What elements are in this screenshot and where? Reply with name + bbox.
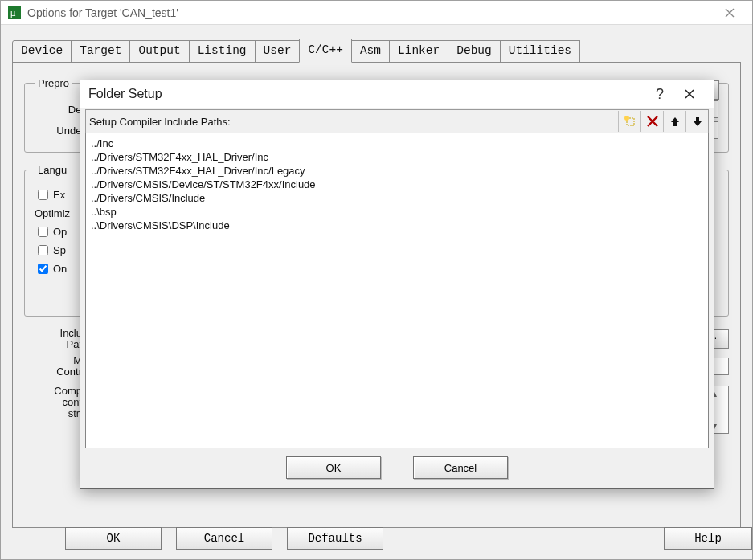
include-paths-label: Inclu Pat xyxy=(24,328,88,350)
main-titlebar: µ Options for Target 'CAN_test1' xyxy=(1,1,752,25)
tab-linker[interactable]: Linker xyxy=(389,40,448,63)
folder-setup-title: Folder Setup xyxy=(88,87,646,101)
tab-output[interactable]: Output xyxy=(129,40,189,63)
misc-controls-label: M Contr xyxy=(24,355,88,378)
main-button-row: OK Cancel Defaults Help xyxy=(1,527,752,550)
cancel-button[interactable]: Cancel xyxy=(176,527,272,550)
delete-path-button[interactable] xyxy=(640,111,663,132)
include-path-item[interactable]: ..\bsp xyxy=(91,205,703,219)
folder-setup-dialog: Folder Setup ? Setup Compiler Include Pa… xyxy=(80,80,714,489)
svg-text:µ: µ xyxy=(10,8,16,18)
window-title: Options for Target 'CAN_test1' xyxy=(27,6,714,19)
folder-setup-ok-button[interactable]: OK xyxy=(286,456,381,479)
options-window: µ Options for Target 'CAN_test1' Device … xyxy=(0,0,753,560)
move-down-button[interactable] xyxy=(685,111,708,132)
tab-strip: Device Target Output Listing User C/C++ … xyxy=(12,38,741,62)
language-legend: Langu xyxy=(35,164,70,176)
include-path-item[interactable]: ../Drivers/STM32F4xx_HAL_Driver/Inc/Lega… xyxy=(91,164,703,178)
tab-user[interactable]: User xyxy=(255,40,301,63)
include-path-item[interactable]: ../Drivers/STM32F4xx_HAL_Driver/Inc xyxy=(91,150,703,164)
svg-point-3 xyxy=(624,116,629,121)
include-path-item[interactable]: ../Drivers/CMSIS/Device/ST/STM32F4xx/Inc… xyxy=(91,178,703,191)
folder-setup-label: Setup Compiler Include Paths: xyxy=(86,116,618,128)
close-icon[interactable] xyxy=(714,1,746,25)
include-path-item[interactable]: ..\Drivers\CMSIS\DSP\Include xyxy=(91,219,703,232)
include-path-item[interactable]: ../Inc xyxy=(91,137,703,150)
tab-utilities[interactable]: Utilities xyxy=(500,40,580,63)
move-up-button[interactable] xyxy=(663,111,685,132)
include-path-item[interactable]: ../Drivers/CMSIS/Include xyxy=(91,191,703,205)
tab-listing[interactable]: Listing xyxy=(189,40,256,63)
tab-device[interactable]: Device xyxy=(12,40,72,63)
ok-button[interactable]: OK xyxy=(65,527,162,550)
compiler-string-label: Comp cont stri xyxy=(24,386,88,434)
folder-setup-body: Setup Compiler Include Paths: ../Inc../D… xyxy=(80,108,714,488)
tab-debug[interactable]: Debug xyxy=(448,40,501,63)
preprocessor-legend: Prepro xyxy=(35,77,72,89)
folder-setup-titlebar: Folder Setup ? xyxy=(80,80,714,108)
folder-setup-button-row: OK Cancel xyxy=(85,448,709,484)
folder-setup-toolbar: Setup Compiler Include Paths: xyxy=(85,109,709,133)
include-paths-list[interactable]: ../Inc../Drivers/STM32F4xx_HAL_Driver/In… xyxy=(85,133,709,448)
tab-asm[interactable]: Asm xyxy=(351,40,390,63)
tab-target[interactable]: Target xyxy=(71,40,130,63)
new-path-button[interactable] xyxy=(618,111,640,132)
help-button[interactable]: Help xyxy=(664,527,752,550)
close-icon[interactable] xyxy=(673,80,706,108)
defaults-button[interactable]: Defaults xyxy=(287,527,383,550)
folder-setup-cancel-button[interactable]: Cancel xyxy=(413,456,508,479)
app-icon: µ xyxy=(7,6,22,20)
help-icon[interactable]: ? xyxy=(646,80,673,108)
tab-c-cpp[interactable]: C/C++ xyxy=(299,39,352,63)
